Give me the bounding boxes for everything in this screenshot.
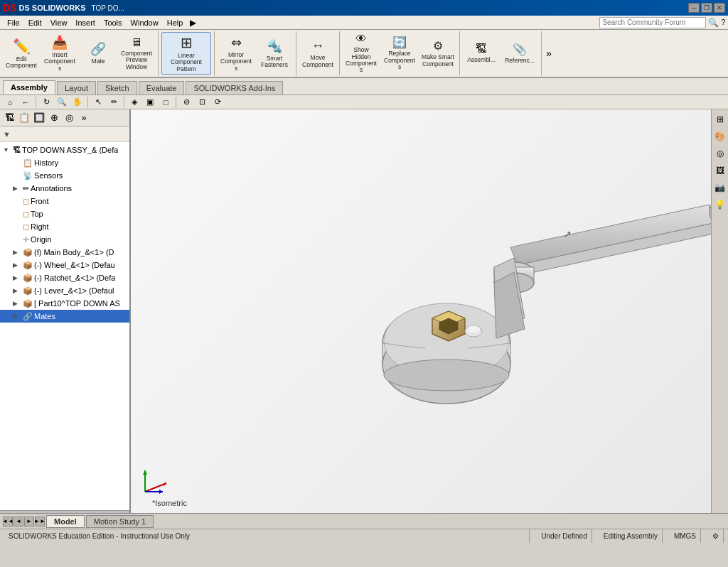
replace-components-button[interactable]: 🔄 ReplaceComponents (381, 32, 418, 75)
sidebar-icon-filter4[interactable]: ⊕ (48, 112, 60, 124)
menu-arrow[interactable]: ▶ (190, 18, 196, 28)
search-input[interactable] (599, 17, 706, 28)
tree-item-topdown-assy[interactable]: ▼ 🏗 TOP DOWN ASSY_& (Defa (0, 144, 129, 156)
move-component-button[interactable]: ↔ MoveComponent (299, 32, 336, 75)
insert-components-button[interactable]: 📥 InsertComponents (41, 32, 78, 75)
menu-view[interactable]: View (46, 18, 72, 28)
tab-layout[interactable]: Layout (57, 81, 96, 94)
sidebar-resize-handle[interactable] (0, 510, 129, 513)
rp-camera-button[interactable]: 📷 (713, 180, 727, 195)
tab-nav-next[interactable]: ► (24, 517, 34, 526)
sidebar-icon-filter3[interactable]: 🔲 (33, 112, 46, 124)
menu-window[interactable]: Window (127, 18, 163, 28)
tree-expand-icon: ▶ (13, 249, 23, 256)
tree-item-front[interactable]: ◻ Front (0, 195, 129, 207)
make-smart-button[interactable]: ⚙ Make SmartComponent (419, 32, 456, 75)
reference-button[interactable]: 📎 Referenc... (501, 32, 538, 75)
linear-component-pattern-button[interactable]: ⊞ LinearComponentPattern (161, 32, 211, 75)
rotate-button[interactable]: ↻ (39, 96, 53, 109)
sidebar-icon-filter1[interactable]: 🏗 (3, 112, 16, 124)
home-view-button[interactable]: ⌂ (3, 96, 17, 109)
mate-button[interactable]: 🔗 Mate (80, 32, 117, 75)
tree-label-annotations: Annotations (31, 184, 72, 193)
tree-item-mates[interactable]: ▶ 🔗 Mates (0, 310, 129, 323)
close-button[interactable]: ✕ (714, 3, 725, 13)
tab-model[interactable]: Model (46, 515, 85, 528)
menu-insert[interactable]: Insert (71, 18, 100, 28)
mate-label: Mate (92, 58, 105, 65)
tree-item-wheel[interactable]: ▶ 📦 (-) Wheel_&<1> (Defau (0, 259, 129, 271)
view-orient-button[interactable]: ⊡ (195, 96, 209, 109)
back-view-button[interactable]: ← (18, 96, 33, 109)
pan-button[interactable]: ✋ (70, 96, 85, 109)
tree-item-origin[interactable]: ✛ Origin (0, 233, 129, 246)
rp-decals-button[interactable]: 🖼 (713, 163, 727, 178)
tree-item-annotations[interactable]: ▶ ✏ Annotations (0, 182, 129, 195)
menu-help[interactable]: Help (163, 18, 188, 28)
tree-item-lever[interactable]: ▶ 📦 (-) Lever_&<1> (Defaul (0, 284, 129, 297)
tree-label-sensors: Sensors (34, 171, 63, 180)
show-hidden-label: Show HiddenComponents (345, 47, 378, 73)
rp-appearances-button[interactable]: 🎨 (713, 129, 727, 144)
tree-item-top[interactable]: ◻ Top (0, 207, 129, 220)
sketch-select-button[interactable]: ✏ (107, 96, 121, 109)
tree-item-history[interactable]: 📋 History (0, 156, 129, 169)
assembly-button[interactable]: 🏗 Assembl... (463, 32, 500, 75)
search-icon[interactable]: 🔍 (708, 18, 719, 28)
svg-marker-23 (159, 490, 163, 494)
sidebar-icon-more[interactable]: » (77, 112, 90, 124)
reference-label: Referenc... (505, 58, 535, 64)
tree-expand-icon: ▶ (13, 185, 23, 192)
mate-icon: 🔗 (90, 41, 106, 57)
select-button[interactable]: ↖ (91, 96, 105, 109)
tab-nav-prev[interactable]: ◄ (14, 517, 23, 526)
menu-tools[interactable]: Tools (100, 18, 127, 28)
tree-item-sensors[interactable]: 📡 Sensors (0, 169, 129, 182)
display-style-button[interactable]: ◈ (127, 96, 141, 109)
rp-lights-button[interactable]: 💡 (713, 198, 727, 212)
replace-icon: 🔄 (392, 36, 407, 49)
show-hidden-button[interactable]: 👁 Show HiddenComponents (343, 32, 380, 75)
tree-item-part10[interactable]: ▶ 📦 [ Part10^TOP DOWN AS (0, 297, 129, 310)
component-preview-button[interactable]: 🖥 ComponentPreview Window (118, 32, 155, 75)
tab-nav-first[interactable]: ◄◄ (3, 517, 13, 526)
tree-item-main-body[interactable]: ▶ 📦 (f) Main Body_&<1> (D (0, 246, 129, 259)
sidebar-icon-filter5[interactable]: ◎ (63, 112, 75, 124)
replace-components-label: ReplaceComponents (383, 50, 416, 70)
rp-scene-button[interactable]: ◎ (713, 146, 727, 161)
mirror-components-button[interactable]: ⇔ MirrorComponents (218, 32, 255, 75)
menu-edit[interactable]: Edit (24, 18, 46, 28)
section-view-button[interactable]: ⊘ (179, 96, 193, 109)
toolbar-search-area: 🔍 ? (599, 17, 725, 28)
feature-tree-panel: 🏗 📋 🔲 ⊕ ◎ » ▼ ▼ 🏗 TOP DOWN ASSY_& (Defa … (0, 109, 131, 513)
tree-item-right[interactable]: ◻ Right (0, 220, 129, 233)
assembly-icon: 🏗 (476, 43, 487, 55)
tab-assembly[interactable]: Assembly (3, 80, 55, 94)
toolbar-overflow-button[interactable]: » (546, 31, 552, 75)
hide-lines-button[interactable]: □ (159, 96, 173, 109)
restore-button[interactable]: ❐ (701, 3, 712, 13)
tab-sketch[interactable]: Sketch (97, 81, 137, 94)
help-icon[interactable]: ? (721, 18, 725, 26)
smart-fasteners-button[interactable]: 🔩 SmartFasteners (256, 32, 293, 75)
3d-viewport[interactable]: *Isometric ↗ ⊞ 🎨 ◎ 🖼 📷 💡 (131, 109, 728, 513)
tab-motion-study-1[interactable]: Motion Study 1 (86, 515, 154, 528)
tab-addins[interactable]: SOLIDWORKS Add-Ins (186, 81, 283, 94)
zoom-button[interactable]: 🔍 (55, 96, 69, 109)
tree-expand-icon: ▶ (13, 313, 23, 320)
edit-component-button[interactable]: ✏️ EditComponent (3, 32, 40, 75)
rp-views-button[interactable]: ⊞ (713, 112, 727, 126)
menu-file[interactable]: File (3, 18, 24, 28)
tree-item-ratchet[interactable]: ▶ 📦 (-) Ratchet_&<1> (Defa (0, 271, 129, 284)
minimize-button[interactable]: ─ (688, 3, 700, 13)
shaded-button[interactable]: ▣ (143, 96, 157, 109)
sidebar-icon-filter2[interactable]: 📋 (18, 112, 31, 124)
tab-evaluate[interactable]: Evaluate (139, 81, 185, 94)
tab-nav-last[interactable]: ►► (35, 517, 45, 526)
tree-label-ratchet: (-) Ratchet_&<1> (Defa (34, 274, 115, 282)
linear-pattern-icon: ⊞ (181, 34, 193, 51)
tree-icon-annotations: ✏ (23, 184, 29, 193)
tree-label-part10: [ Part10^TOP DOWN AS (34, 299, 120, 308)
settings-button[interactable]: ⚙ (708, 529, 724, 543)
previous-view-button[interactable]: ⟳ (210, 96, 225, 109)
